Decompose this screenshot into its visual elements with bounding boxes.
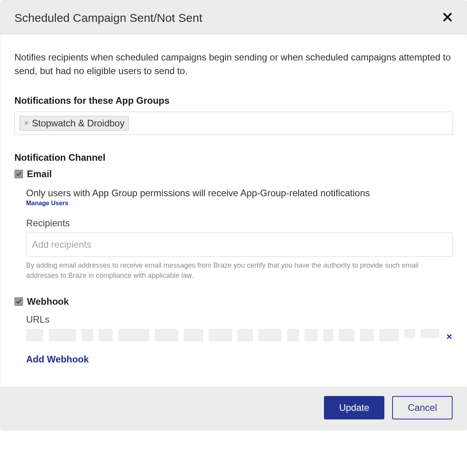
modal-title: Scheduled Campaign Sent/Not Sent — [14, 11, 202, 25]
remove-tag-icon[interactable]: ✕ — [24, 120, 29, 126]
modal-body: Notifies recipients when scheduled campa… — [0, 34, 467, 387]
recipients-legal-text: By adding email addresses to receive ema… — [26, 261, 453, 280]
webhook-block: URLs ✕ Add Webhook — [14, 314, 453, 365]
app-group-tag: ✕ Stopwatch & Droidboy — [19, 116, 129, 131]
urls-label: URLs — [26, 314, 453, 325]
email-label: Email — [27, 169, 52, 179]
update-button[interactable]: Update — [324, 396, 384, 419]
email-block: Only users with App Group permissions wi… — [14, 186, 453, 281]
cancel-button[interactable]: Cancel — [392, 396, 453, 419]
modal: Scheduled Campaign Sent/Not Sent Notifie… — [0, 0, 467, 431]
notification-channel-label: Notification Channel — [14, 152, 453, 163]
add-webhook-link[interactable]: Add Webhook — [26, 354, 89, 365]
webhook-checkbox[interactable] — [14, 297, 23, 306]
close-icon[interactable] — [442, 12, 453, 24]
remove-webhook-icon[interactable]: ✕ — [446, 332, 453, 341]
webhook-label: Webhook — [27, 296, 69, 307]
webhook-section: Webhook URLs ✕ Add Webhook — [14, 296, 453, 365]
manage-users-link[interactable]: Manage Users — [26, 200, 69, 206]
app-group-tag-label: Stopwatch & Droidboy — [32, 118, 124, 129]
modal-footer: Update Cancel — [0, 387, 467, 430]
email-helper-text: Only users with App Group permissions wi… — [26, 186, 453, 200]
app-groups-input[interactable]: ✕ Stopwatch & Droidboy — [14, 112, 453, 135]
webhook-channel-row: Webhook — [14, 296, 453, 307]
modal-header: Scheduled Campaign Sent/Not Sent — [0, 0, 467, 34]
app-groups-label: Notifications for these App Groups — [14, 95, 453, 106]
email-channel-row: Email — [14, 169, 453, 179]
description-text: Notifies recipients when scheduled campa… — [14, 51, 453, 78]
email-checkbox[interactable] — [14, 170, 23, 178]
recipients-input[interactable] — [26, 233, 453, 257]
recipients-label: Recipients — [26, 218, 453, 229]
webhook-url-redacted: ✕ — [26, 329, 453, 341]
